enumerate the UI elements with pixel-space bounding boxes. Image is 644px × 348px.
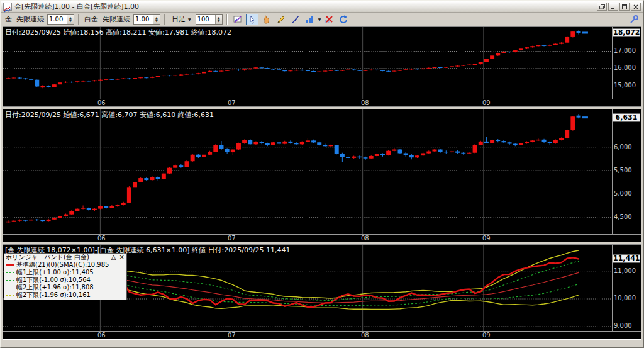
settings-wrench-icon	[629, 14, 639, 25]
legend-item: 幅1下限(-1.00 σ):10,564	[6, 276, 125, 284]
platinum-ohlc-info: 日付:2025/09/25 始値:6,671 高値:6,707 安値:6,610…	[5, 110, 214, 120]
x-tick-label: 09	[482, 332, 491, 339]
y-tick-label: 5,500	[614, 167, 632, 174]
y-tick-label: 16,000	[614, 64, 636, 71]
gridlines	[3, 109, 612, 234]
settings-wrench-button[interactable]	[628, 14, 640, 25]
gold-chart-panel: 日付:2025/09/25 始値:18,156 高値:18,211 安値:17,…	[3, 26, 641, 107]
toolbar-separator	[226, 14, 228, 25]
current-price-tag: 18,072	[613, 28, 640, 37]
gold-ratio-value[interactable]: 1.00	[48, 15, 67, 24]
gold-series-label: 先限連続	[16, 14, 44, 24]
gold-chart-plot[interactable]	[3, 27, 612, 99]
delete-drawing-icon	[324, 14, 334, 25]
brush-icon	[291, 14, 301, 25]
chevron-down-icon: ▼	[188, 17, 191, 21]
pan-hand-icon	[262, 14, 272, 25]
legend-item: 基準線(21)(0)(SMA)(C):10,985	[6, 261, 125, 269]
platinum-time-axis: 06070809	[3, 234, 641, 242]
candles	[6, 114, 587, 223]
minimize-icon	[611, 4, 616, 9]
x-tick-label: 06	[97, 332, 106, 339]
gold-ratio-input[interactable]: 1.00 ▲▼	[47, 14, 74, 25]
chart-type-dropdown-caret[interactable]: ▼	[318, 17, 321, 21]
bar-count-value[interactable]: 100	[196, 15, 215, 24]
title-bar: 金[先限連続]1.00 - 白金[先限連続]1.00	[1, 1, 643, 13]
y-tick-label: 5,000	[614, 190, 632, 197]
y-tick-label: 15,000	[614, 82, 636, 89]
popout-button[interactable]	[597, 3, 607, 11]
y-tick-label: 6,000	[614, 143, 632, 150]
x-tick-label: 09	[482, 235, 491, 242]
legend-item: 幅2下限(-1.96 σ):10,161	[6, 291, 125, 299]
maximize-icon	[622, 4, 627, 9]
x-tick-label: 06	[97, 99, 106, 106]
toolbar-separator	[78, 14, 79, 25]
close-icon	[633, 4, 638, 9]
minimize-button[interactable]	[608, 3, 618, 11]
app-chart-icon-glyph	[4, 6, 11, 13]
y-tick-label: 10,000	[614, 295, 636, 301]
gold-price-axis: 17,00016,00015,00014,00018,072	[613, 27, 641, 99]
candles	[6, 30, 587, 88]
current-price-tag: 11,441	[613, 254, 640, 263]
period-dropdown[interactable]: 日足 ▼	[169, 14, 194, 25]
x-tick-label: 07	[228, 99, 236, 106]
platinum-price-axis: 6,0005,5005,0004,5006,631	[613, 109, 641, 234]
toolbar: 金 先限連続 1.00 ▲▼ 白金 先限連続 1.00 ▲▼ 日足 ▼ 100 …	[1, 13, 643, 26]
platinum-series-label: 先限連続	[103, 14, 130, 24]
x-tick-label: 08	[361, 332, 369, 339]
platinum-ratio-spin-buttons[interactable]: ▲▼	[153, 15, 160, 24]
select-cursor-icon	[247, 14, 257, 25]
y-tick-label: 4,500	[614, 213, 632, 220]
pan-hand-button[interactable]	[260, 14, 273, 25]
app-window: 金[先限連続]1.00 - 白金[先限連続]1.00	[0, 0, 644, 348]
x-tick-label: 08	[361, 235, 369, 242]
brush-button[interactable]	[289, 14, 302, 25]
platinum-label: 白金	[84, 14, 98, 24]
spread-price-axis: 11,00010,0009,00011,441	[613, 245, 641, 331]
status-bar	[3, 339, 641, 347]
period-value: 日足	[172, 14, 186, 24]
pencil-draw-button[interactable]	[275, 14, 287, 25]
platinum-ratio-value[interactable]: 1.00	[134, 15, 153, 24]
spread-time-axis: 06070809	[3, 331, 641, 339]
bollinger-legend: ボリンジャーバンド(金 白金) △ × 基準線(21)(0)(SMA)(C):1…	[4, 253, 127, 300]
refresh-button[interactable]	[337, 14, 350, 25]
window-title: 金[先限連続]1.00 - 白金[先限連続]1.00	[14, 2, 139, 11]
spread-chart-panel: [金 先限連続 18,072×1.00]-[白金 先限連続 6,631×1.00…	[3, 244, 641, 339]
gridlines	[3, 27, 612, 99]
bar-count-spin-buttons[interactable]: ▲▼	[215, 15, 222, 24]
gold-ratio-spin-buttons[interactable]: ▲▼	[67, 15, 74, 24]
y-tick-label: 9,000	[614, 322, 632, 329]
delete-drawing-button[interactable]	[323, 14, 335, 25]
toolbar-separator	[164, 14, 165, 25]
platinum-ratio-input[interactable]: 1.00 ▲▼	[133, 14, 160, 25]
select-cursor-button[interactable]	[246, 14, 258, 25]
chart-stack: 日付:2025/09/25 始値:18,156 高値:18,211 安値:17,…	[3, 26, 641, 339]
gold-label: 金	[5, 14, 12, 24]
platinum-chart-panel: 日付:2025/09/25 始値:6,671 高値:6,707 安値:6,610…	[3, 109, 641, 242]
current-price-tag: 6,631	[613, 113, 640, 122]
x-tick-label: 07	[228, 235, 236, 242]
gold-time-axis: 06070809	[3, 99, 641, 106]
close-button[interactable]	[631, 3, 641, 11]
maximize-button[interactable]	[619, 3, 630, 11]
gold-ohlc-info: 日付:2025/09/25 始値:18,156 高値:18,211 安値:17,…	[5, 28, 231, 37]
app-chart-icon	[3, 3, 12, 11]
chart-type-button[interactable]	[304, 14, 316, 25]
indicator-window-icon	[233, 14, 243, 25]
x-tick-label: 08	[361, 99, 369, 106]
x-tick-label: 09	[482, 99, 491, 106]
legend-item: 幅1上限(+1.00 σ):11,405	[6, 269, 125, 276]
y-tick-label: 17,000	[614, 47, 636, 54]
bar-count-input[interactable]: 100 ▲▼	[196, 14, 223, 25]
popout-icon	[599, 4, 605, 9]
y-tick-label: 11,000	[614, 267, 636, 274]
legend-item: 幅2上限(+1.96 σ):11,808	[6, 284, 125, 291]
spread-header: [金 先限連続 18,072×1.00]-[白金 先限連続 6,631×1.00…	[5, 245, 291, 255]
refresh-icon	[338, 14, 348, 25]
x-tick-label: 07	[228, 332, 236, 339]
indicator-window-button[interactable]	[231, 14, 244, 25]
platinum-chart-plot[interactable]	[3, 109, 612, 234]
